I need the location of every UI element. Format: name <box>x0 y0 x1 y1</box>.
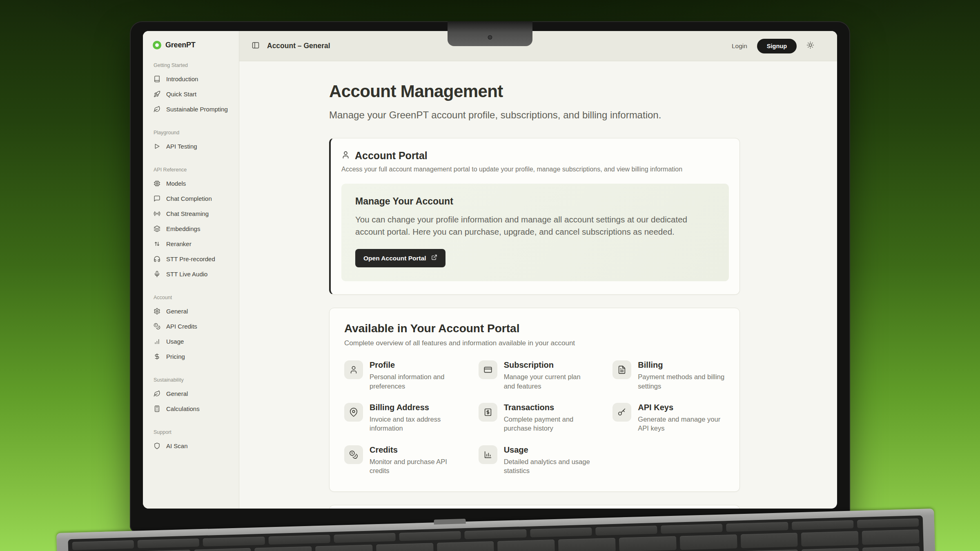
feature-description: Payment methods and billing settings <box>638 372 725 391</box>
feature-icon-tile <box>344 445 363 464</box>
gear-icon <box>154 308 160 315</box>
keyboard-key <box>72 540 134 550</box>
keyboard-key <box>376 543 434 551</box>
keyboard-key <box>437 541 494 551</box>
sidebar-item-api-credits[interactable]: API Credits <box>151 319 232 334</box>
topbar: Account – General Login Signup <box>239 31 837 61</box>
external-link-icon-slot <box>431 254 437 262</box>
feature-title: Credits <box>370 445 457 455</box>
main-area: Account – General Login Signup Account M… <box>239 31 837 509</box>
coins-icon <box>349 450 358 459</box>
sidebar-item-models[interactable]: Models <box>151 176 232 191</box>
sidebar-item-ai-scan[interactable]: AI Scan <box>151 438 232 453</box>
features-grid: ProfilePersonal information and preferen… <box>344 360 725 475</box>
sidebar-item-label: STT Live Audio <box>166 271 207 278</box>
feature-title: Billing <box>638 360 725 370</box>
sidebar-section-label-sustainability: Sustainability <box>154 377 232 383</box>
account-portal-title: Account Portal <box>355 150 428 162</box>
feature-item-api-keys: API KeysGenerate and manage your API key… <box>612 403 725 433</box>
feature-title: API Keys <box>638 403 725 412</box>
keyboard-key <box>661 524 723 533</box>
signup-button[interactable]: Signup <box>757 39 797 53</box>
credit-card-icon <box>483 365 492 374</box>
play-icon <box>154 143 160 150</box>
user-icon <box>341 151 350 159</box>
keyboard-key <box>726 522 788 532</box>
feature-icon-tile <box>344 403 363 422</box>
sidebar-item-pricing[interactable]: Pricing <box>151 349 232 364</box>
portal-features-card: Available in Your Account Portal Complet… <box>329 308 740 492</box>
browser-viewport: GreenPT Getting StartedIntroductionQuick… <box>143 31 837 509</box>
keyboard-key <box>268 535 330 544</box>
sidebar-item-chat-streaming[interactable]: Chat Streaming <box>151 206 232 221</box>
sidebar-item-stt-live-audio[interactable]: STT Live Audio <box>151 267 232 282</box>
feature-title: Profile <box>370 360 457 370</box>
sidebar-item-chat-completion[interactable]: Chat Completion <box>151 191 232 206</box>
sidebar-item-label: Pricing <box>166 353 185 360</box>
sidebar-item-calculations[interactable]: Calculations <box>151 401 232 416</box>
brand-logo[interactable]: GreenPT <box>151 41 232 49</box>
greenpt-logo-icon <box>153 41 161 49</box>
rocket-icon <box>154 91 160 98</box>
sidebar-section-label-playground: Playground <box>154 130 232 136</box>
keyboard-key <box>801 531 859 547</box>
sidebar-item-label: AI Scan <box>166 442 188 449</box>
sidebar-item-general[interactable]: General <box>151 304 232 319</box>
account-portal-card: Account Portal Access your full account … <box>329 138 740 295</box>
feature-description: Detailed analytics and usage statistics <box>504 457 591 475</box>
keyboard-key <box>857 518 919 528</box>
document-icon <box>617 365 626 374</box>
keyboard-key <box>255 547 312 551</box>
sidebar-item-label: Quick Start <box>166 91 196 98</box>
feature-description: Monitor and purchase API credits <box>370 457 457 475</box>
microphone-icon <box>154 271 160 278</box>
page-content: Account Management Manage your GreenPT a… <box>239 61 837 509</box>
feature-description: Invoice and tax address information <box>370 415 457 433</box>
sidebar-item-general[interactable]: General <box>151 386 232 401</box>
sidebar-item-quick-start[interactable]: Quick Start <box>151 87 232 102</box>
sidebar-toggle-button[interactable] <box>252 41 260 51</box>
chat-bubble-icon <box>154 195 160 202</box>
sidebar-item-label: Chat Completion <box>166 195 212 202</box>
manage-account-title: Manage Your Account <box>355 196 715 207</box>
account-portal-card-header: Account Portal <box>341 150 729 162</box>
sidebar-item-label: Reranker <box>166 240 192 247</box>
keyboard-key <box>862 546 920 551</box>
leaf-icon <box>154 390 160 397</box>
brand-name: GreenPT <box>165 41 196 49</box>
keyboard-key <box>792 520 854 530</box>
sidebar-section-label-account: Account <box>154 295 232 300</box>
user-icon-slot <box>341 151 350 161</box>
sidebar-nav: Getting StartedIntroductionQuick StartSu… <box>151 62 232 453</box>
leaf-icon <box>154 106 160 113</box>
keyboard-key <box>138 538 200 548</box>
feature-item-billing: BillingPayment methods and billing setti… <box>612 360 725 391</box>
sidebar-item-sustainable-prompting[interactable]: Sustainable Prompting <box>151 102 232 117</box>
sidebar-item-introduction[interactable]: Introduction <box>151 71 232 87</box>
feature-title: Subscription <box>504 360 591 370</box>
features-title: Available in Your Account Portal <box>344 322 725 335</box>
feature-description: Generate and manage your API keys <box>638 415 725 433</box>
sidebar-item-usage[interactable]: Usage <box>151 334 232 349</box>
sidebar-item-stt-pre-recorded[interactable]: STT Pre-recorded <box>151 251 232 267</box>
headphones-icon <box>154 256 160 262</box>
sidebar-item-label: Chat Streaming <box>166 210 209 217</box>
sidebar-item-embeddings[interactable]: Embeddings <box>151 221 232 236</box>
keyboard-key <box>680 534 737 550</box>
keyboard-key <box>802 548 859 551</box>
theme-toggle-button[interactable] <box>806 41 814 51</box>
sidebar-item-api-testing[interactable]: API Testing <box>151 139 232 154</box>
external-link-icon <box>431 254 437 260</box>
receipt-icon <box>483 408 492 417</box>
keyboard-key <box>465 529 527 539</box>
login-link[interactable]: Login <box>732 42 747 50</box>
sidebar-item-label: Usage <box>166 338 184 345</box>
hinge-tab <box>434 519 466 524</box>
feature-icon-tile <box>479 445 497 464</box>
chart-column-icon <box>483 450 492 459</box>
calculator-icon <box>154 405 160 412</box>
keyboard-key <box>497 540 555 551</box>
book-icon <box>154 76 160 82</box>
open-account-portal-button[interactable]: Open Account Portal <box>355 249 445 267</box>
sidebar-item-reranker[interactable]: Reranker <box>151 236 232 251</box>
